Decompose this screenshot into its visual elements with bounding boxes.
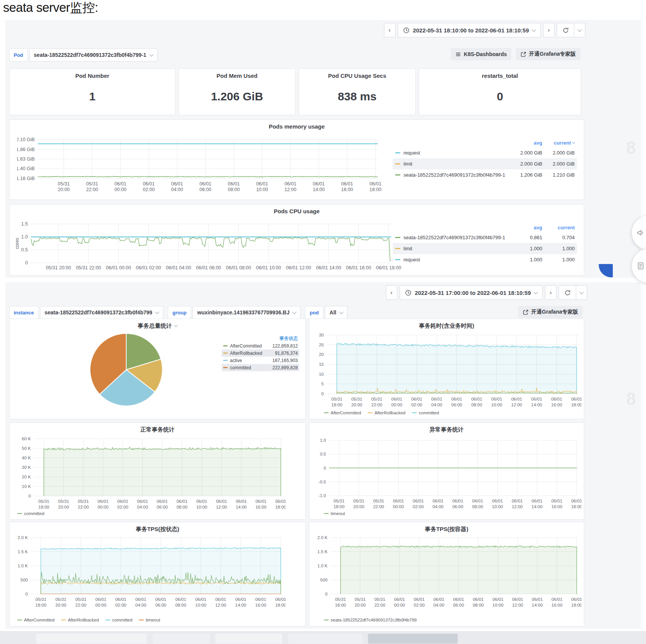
legend-swatch (395, 237, 400, 238)
legend-swatch (412, 412, 417, 414)
legend-swatch (324, 620, 329, 621)
panel-title-cpu[interactable]: Pods CPU usage (10, 208, 584, 214)
legend-row-seata-18522522df7c469091372c3fb0f4b799-1[interactable]: seata-18522522df7c469091372c3fb0f4b799-1… (393, 232, 577, 243)
svg-text:2.0 K: 2.0 K (317, 535, 328, 540)
stat-panel-restarts_total: restarts_total0 (419, 68, 581, 115)
refresh-interval-button[interactable] (574, 23, 585, 37)
legend-label: AfterCommitted (24, 618, 55, 622)
link-K8S-Dashboards[interactable]: K8S-Dashboards (451, 48, 511, 60)
svg-text:1.0: 1.0 (320, 438, 326, 443)
svg-text:2.0 K: 2.0 K (18, 535, 28, 540)
legend-column-current[interactable]: current (542, 225, 575, 230)
chevron-down-icon (292, 310, 297, 314)
chart-yichang[interactable]: 1.00.50-0.5-1.005/3118:0005/3120:0005/31… (312, 431, 582, 512)
time-forward-button[interactable]: › (545, 285, 556, 300)
svg-text:10:00: 10:00 (195, 603, 206, 607)
svg-text:50 K: 50 K (22, 446, 31, 451)
legend-item-seata-18522522df7c469091372c3fb0f4b799[interactable]: seata-18522522df7c469091372c3fb0f4b799 (324, 618, 417, 622)
legend-row-limit[interactable]: limit1.0001.000 (393, 243, 577, 254)
refresh-button[interactable] (559, 285, 576, 300)
svg-text:06/01: 06/01 (451, 397, 462, 401)
legend-row-request[interactable]: request1.0001.000 (393, 254, 577, 265)
legend-row-AfterRollbacked[interactable]: AfterRollbacked91,876,374 (222, 349, 299, 357)
chevron-down-icon (155, 310, 159, 314)
variable-label-pod: pod (305, 306, 323, 319)
variable-select-instance[interactable]: seata-18522522df7c469091372c3fb0f4b799 (40, 306, 164, 319)
link-开通Grafana专家版[interactable]: 开通Grafana专家版 (518, 306, 583, 318)
variable-select-group[interactable]: wuxinbinyace.1419633767709936.BJ (193, 306, 301, 319)
chart-zhengchang[interactable]: 60 K50 K40 K30 K20 K10 K005/3118:0005/31… (13, 431, 286, 512)
svg-text:40 K: 40 K (22, 456, 31, 460)
legend-item-AfterRollbacked[interactable]: AfterRollbacked (61, 618, 99, 622)
svg-text:05/31: 05/31 (38, 499, 49, 504)
legend-label: active (230, 358, 242, 363)
svg-text:06/01: 06/01 (453, 597, 464, 602)
legend-column-avg[interactable]: avg (510, 140, 542, 146)
refresh-button[interactable] (557, 23, 574, 37)
legend-item-AfterCommitted[interactable]: AfterCommitted (17, 618, 55, 622)
chart-tps_status[interactable]: 2.0 K1.5 K1.0 K500005/3118:0005/3120:000… (13, 531, 286, 614)
legend-item-AfterRollbacked[interactable]: AfterRollbacked (368, 411, 405, 415)
legend-item-committed[interactable]: committed (412, 411, 439, 415)
legend-label: AfterRollbacked (68, 618, 99, 622)
svg-text:05/31: 05/31 (35, 597, 47, 602)
legend-column-avg[interactable]: avg (510, 225, 542, 230)
svg-text:0: 0 (25, 260, 28, 266)
legend-item-timeout[interactable]: timeout (324, 511, 345, 516)
legend-label: committed (419, 411, 439, 415)
variable-select-Pod[interactable]: seata-18522522df7c469091372c3fb0f4b799-1 (29, 48, 157, 61)
legend-row-AfterCommitted[interactable]: AfterCommitted122,859,812 (222, 342, 299, 349)
legend-column-current[interactable]: current (542, 140, 575, 146)
dashboard-variables: Podseata-18522522df7c469091372c3fb0f4b79… (9, 48, 157, 61)
time-back-button[interactable]: ‹ (384, 23, 395, 37)
legend-swatch (17, 620, 22, 621)
chart-haoshi[interactable]: 30252015105005/3118:0005/3120:0005/3122:… (312, 327, 582, 410)
refresh-icon (564, 290, 571, 296)
svg-text:16:00: 16:00 (551, 603, 562, 607)
legend-row-active[interactable]: active167,165,903 (222, 357, 299, 364)
legend-row-committed[interactable]: committed222,899,828 (222, 364, 299, 371)
time-back-button[interactable]: ‹ (386, 285, 397, 300)
panel-yichang: 异常事务统计1.00.50-0.5-1.005/3118:0005/3120:0… (309, 422, 584, 520)
legend-item-timeout[interactable]: timeout (139, 618, 160, 622)
dashboard-links: K8S-Dashboards开通Grafana专家版 (451, 48, 580, 60)
panel-haoshi: 事务耗时(含业务时间)30252015105005/3118:0005/3120… (309, 319, 584, 419)
svg-text:06/01: 06/01 (228, 181, 239, 187)
chevron-down-icon (534, 290, 538, 294)
variable-select-pod[interactable]: All (325, 306, 347, 319)
panel-title-pie[interactable]: 事务总量统计 (10, 322, 305, 330)
legend-row-limit[interactable]: limit2.000 GiB2.000 GiB (393, 158, 577, 169)
svg-text:16:00: 16:00 (256, 505, 267, 509)
time-range-label: 2022-05-31 17:00:00 to 2022-06-01 18:10:… (415, 290, 531, 296)
svg-text:06/01: 06/01 (472, 499, 483, 503)
svg-text:18:00: 18:00 (571, 603, 582, 607)
svg-text:02:00: 02:00 (411, 402, 422, 407)
legend-item-committed[interactable]: committed (105, 618, 132, 622)
chart-mem[interactable]: 2.10 GiB1.86 GiB1.63 GiB1.40 GiB1.16 GiB… (17, 129, 399, 199)
chart-tps_container[interactable]: 2.0 K1.5 K1.0 K500005/3118:0005/3120:000… (312, 531, 582, 614)
svg-text:05/31: 05/31 (351, 397, 362, 401)
svg-text:02:00: 02:00 (115, 603, 126, 607)
legend-row-request[interactable]: request2.000 GiB2.000 GiB (393, 147, 577, 158)
time-range-button[interactable]: 2022-05-31 18:10:00 to 2022-06-01 18:10:… (398, 23, 541, 37)
svg-text:06/01: 06/01 (491, 397, 502, 401)
svg-text:22:00: 22:00 (374, 603, 386, 607)
legend-item-committed[interactable]: committed (17, 511, 44, 516)
legend-label: committed (230, 365, 251, 370)
link-开通Grafana专家版[interactable]: 开通Grafana专家版 (516, 48, 580, 60)
chart-cpu[interactable]: 1.51.00.5005/31 20:0005/31 22:0006/01 00… (15, 214, 408, 272)
svg-text:06/01: 06/01 (391, 397, 402, 401)
legend-avg-value: 1.000 (510, 257, 542, 262)
svg-text:18:00: 18:00 (275, 505, 286, 509)
legend-row-seata-18522522df7c469091372c3fb0f4b799-1[interactable]: seata-18522522df7c469091372c3fb0f4b799-1… (393, 169, 577, 180)
legend-swatch (105, 620, 110, 621)
refresh-interval-button[interactable] (576, 285, 587, 300)
chart-pie-transactions[interactable] (88, 332, 164, 408)
time-forward-button[interactable]: › (543, 23, 554, 37)
legend-label: request (403, 150, 420, 156)
legend-item-AfterCommitted[interactable]: AfterCommitted (324, 411, 361, 415)
svg-text:08:00: 08:00 (228, 187, 239, 192)
pie-legend-header: 事务状态 (222, 335, 299, 342)
external-link-icon (521, 52, 526, 57)
time-range-button[interactable]: 2022-05-31 17:00:00 to 2022-06-01 18:10:… (400, 285, 543, 300)
